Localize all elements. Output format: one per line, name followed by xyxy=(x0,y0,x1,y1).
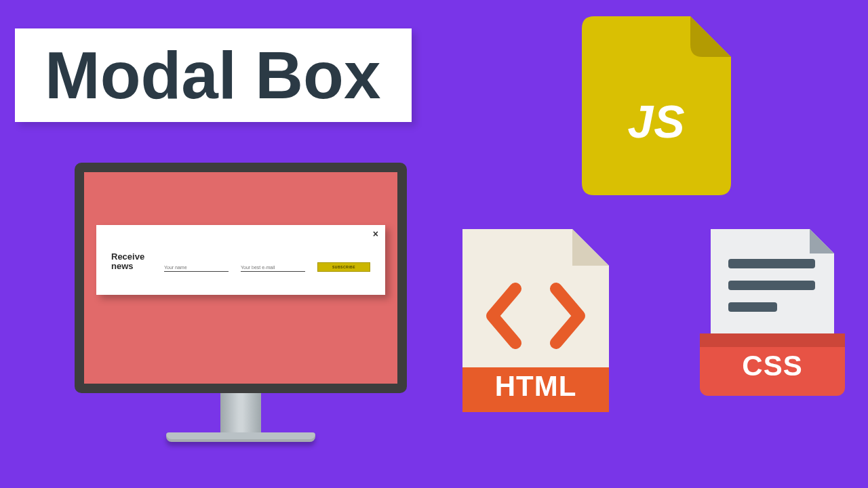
js-file-icon: JS xyxy=(582,16,731,195)
modal-form-row: Receive news SUBSCRIBE xyxy=(96,252,385,272)
title-card: Modal Box xyxy=(15,28,412,122)
modal-box: × Receive news SUBSCRIBE xyxy=(96,225,385,295)
email-input[interactable] xyxy=(241,265,305,272)
html-file-icon: HTML xyxy=(462,229,609,412)
js-file-label: JS xyxy=(582,95,731,148)
html-file-label: HTML xyxy=(462,370,609,403)
name-input[interactable] xyxy=(164,265,229,272)
monitor-illustration: × Receive news SUBSCRIBE xyxy=(75,163,407,442)
modal-heading: Receive news xyxy=(111,252,152,272)
monitor-stand-neck xyxy=(220,393,261,432)
monitor-screen: × Receive news SUBSCRIBE xyxy=(75,163,407,393)
subscribe-button[interactable]: SUBSCRIBE xyxy=(317,262,370,272)
close-icon[interactable]: × xyxy=(373,229,378,239)
css-file-icon: CSS xyxy=(700,229,845,403)
monitor-stand-base xyxy=(166,432,315,442)
svg-rect-2 xyxy=(728,281,815,290)
css-file-label: CSS xyxy=(700,350,845,382)
svg-rect-3 xyxy=(728,302,777,312)
page-title: Modal Box xyxy=(45,42,380,108)
svg-rect-1 xyxy=(728,259,815,268)
svg-rect-5 xyxy=(700,333,845,347)
